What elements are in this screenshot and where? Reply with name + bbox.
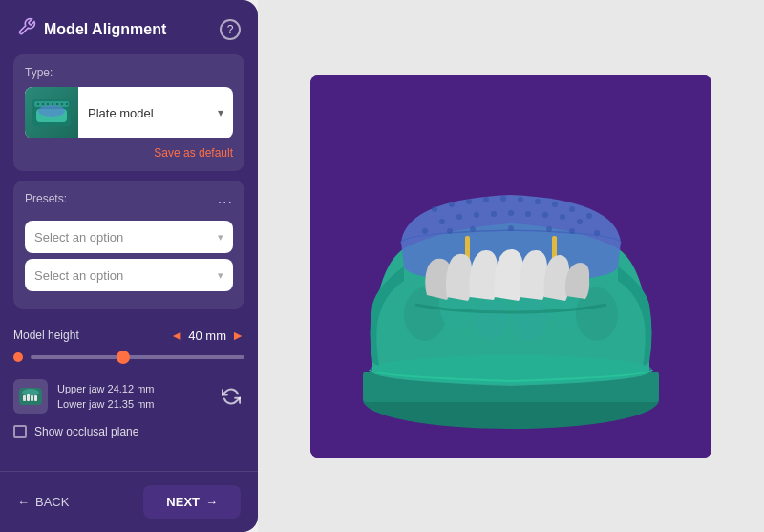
svg-point-44 (577, 219, 583, 224)
jaw-thumbnail (13, 379, 48, 414)
upper-jaw-label: Upper jaw 24.12 mm (57, 381, 208, 397)
svg-point-47 (470, 226, 476, 232)
svg-point-38 (474, 212, 479, 218)
title-group: Model Alignment (17, 17, 166, 41)
type-thumbnail (25, 87, 78, 138)
svg-point-50 (569, 228, 575, 234)
lower-jaw-label: Lower jaw 21.35 mm (57, 396, 208, 413)
svg-point-34 (569, 206, 575, 212)
svg-point-29 (483, 197, 489, 202)
back-label: BACK (35, 495, 69, 509)
type-section: Type: (13, 54, 244, 171)
svg-point-31 (518, 197, 523, 202)
svg-point-24 (475, 298, 509, 340)
svg-point-25 (513, 298, 547, 340)
type-dropdown[interactable]: Plate model Full arch model Base model (78, 106, 218, 120)
svg-rect-16 (34, 395, 37, 401)
height-control: ◄ 40 mm ► (170, 328, 244, 343)
presets-header: Presets: ··· (25, 192, 233, 213)
height-row: Model height ◄ 40 mm ► (13, 328, 244, 343)
preset-dropdown-1-container: Select an option ▾ (25, 221, 233, 253)
panel-header: Model Alignment ? (0, 0, 258, 54)
svg-point-28 (466, 199, 472, 204)
svg-point-41 (525, 211, 531, 217)
type-selector-container: Plate model Full arch model Base model ▾ (25, 87, 233, 138)
right-viewport (258, 0, 764, 532)
svg-point-48 (508, 225, 514, 231)
svg-point-51 (594, 230, 600, 236)
save-default-button[interactable]: Save as default (25, 146, 233, 160)
svg-point-39 (491, 211, 497, 217)
panel-body: Type: (0, 54, 258, 471)
svg-rect-15 (31, 395, 33, 401)
type-label: Type: (25, 66, 233, 79)
svg-point-8 (66, 103, 68, 105)
svg-point-36 (439, 219, 445, 224)
preset-dropdown-1[interactable]: Select an option (34, 230, 218, 245)
svg-point-7 (61, 103, 63, 105)
svg-point-49 (546, 226, 552, 232)
3d-model-svg (310, 75, 711, 458)
back-button[interactable]: ← BACK (17, 495, 69, 509)
height-label: Model height (13, 329, 79, 342)
wrench-icon (17, 17, 36, 41)
panel-footer: ← BACK NEXT → (0, 471, 258, 532)
svg-point-26 (432, 206, 437, 212)
occlusal-row: Show occlusal plane (13, 421, 244, 442)
svg-point-12 (22, 389, 39, 396)
presets-label: Presets: (25, 192, 67, 205)
svg-point-54 (370, 355, 652, 384)
svg-rect-13 (23, 395, 26, 401)
panel-title: Model Alignment (44, 21, 166, 38)
height-increase-button[interactable]: ► (231, 328, 244, 343)
next-arrow-icon: → (205, 495, 218, 509)
svg-rect-14 (27, 394, 30, 401)
presets-menu-button[interactable]: ··· (218, 194, 233, 211)
jaw-info: Upper jaw 24.12 mm Lower jaw 21.35 mm (13, 372, 244, 421)
back-arrow-icon: ← (17, 495, 30, 509)
presets-section: Presets: ··· Select an option ▾ Select a… (13, 181, 244, 309)
jaw-text: Upper jaw 24.12 mm Lower jaw 21.35 mm (57, 381, 208, 413)
svg-point-3 (42, 103, 44, 105)
slider-dot-icon (13, 352, 23, 362)
preset-dropdown-2-container: Select an option ▾ (25, 259, 233, 291)
svg-point-32 (535, 199, 541, 204)
svg-point-5 (52, 103, 53, 105)
svg-point-30 (500, 196, 506, 202)
height-decrease-button[interactable]: ◄ (170, 328, 183, 343)
slider-row (13, 352, 244, 362)
occlusal-checkbox[interactable] (13, 425, 27, 438)
svg-point-33 (552, 202, 558, 207)
preset-1-chevron-icon: ▾ (218, 231, 223, 244)
svg-point-2 (37, 103, 39, 105)
height-slider[interactable] (31, 355, 244, 359)
help-button[interactable]: ? (220, 19, 241, 40)
left-panel: Model Alignment ? Type: (0, 0, 258, 532)
preset-dropdown-2[interactable]: Select an option (34, 268, 218, 283)
svg-point-43 (560, 214, 565, 220)
svg-point-37 (456, 214, 462, 220)
svg-point-10 (38, 105, 65, 117)
occlusal-label: Show occlusal plane (34, 425, 138, 438)
next-label: NEXT (166, 495, 200, 509)
next-button[interactable]: NEXT → (143, 485, 241, 519)
refresh-button[interactable] (218, 383, 244, 410)
svg-point-45 (422, 228, 428, 234)
model-canvas (310, 75, 711, 458)
height-value: 40 mm (187, 329, 227, 343)
svg-point-4 (47, 103, 49, 105)
svg-point-6 (56, 103, 58, 105)
height-section: Model height ◄ 40 mm ► (13, 318, 244, 372)
svg-point-46 (447, 228, 453, 234)
svg-point-35 (586, 213, 592, 219)
svg-point-40 (508, 210, 514, 216)
svg-point-27 (449, 202, 455, 207)
type-chevron-icon: ▾ (218, 106, 233, 119)
preset-2-chevron-icon: ▾ (218, 269, 223, 282)
svg-point-42 (542, 212, 548, 218)
